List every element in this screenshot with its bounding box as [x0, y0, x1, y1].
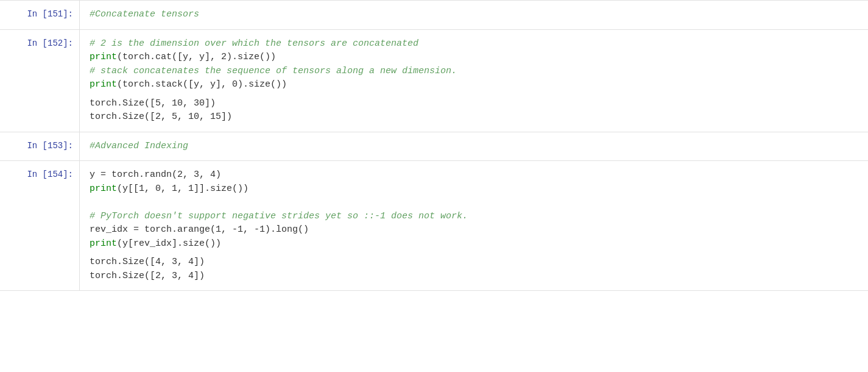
code-line: y = torch.randn(2, 3, 4) — [90, 168, 858, 182]
code-line: print(y[rev_idx].size()) — [90, 237, 858, 251]
output-line: torch.Size([4, 3, 4]) — [90, 256, 858, 270]
code-line: print(torch.stack([y, y], 0).size()) — [90, 78, 858, 92]
output-line: torch.Size([5, 10, 30]) — [90, 97, 858, 111]
cell-cell-154: In [154]:y = torch.randn(2, 3, 4)print(y… — [0, 160, 868, 291]
cell-label: In [152]: — [0, 30, 79, 132]
code-line: print(y[[1, 0, 1, 1]].size()) — [90, 182, 858, 196]
code-line: rev_idx = torch.arange(1, -1, -1).long() — [90, 223, 858, 237]
output-section: torch.Size([4, 3, 4])torch.Size([2, 3, 4… — [90, 256, 858, 283]
output-section: torch.Size([5, 10, 30])torch.Size([2, 5,… — [90, 97, 858, 124]
cell-content: #Advanced Indexing — [79, 132, 868, 161]
cell-cell-152: In [152]:# 2 is the dimension over which… — [0, 29, 868, 132]
keyword: print — [90, 79, 117, 90]
output-line: torch.Size([2, 5, 10, 15]) — [90, 110, 858, 124]
cell-content: # 2 is the dimension over which the tens… — [79, 30, 868, 132]
cell-cell-153: In [153]:#Advanced Indexing — [0, 132, 868, 162]
output-line: torch.Size([2, 3, 4]) — [90, 270, 858, 284]
cell-label: In [154]: — [0, 161, 79, 290]
keyword: print — [90, 184, 117, 194]
keyword: print — [90, 52, 117, 62]
code-comment: #Advanced Indexing — [90, 140, 858, 154]
code-comment: # PyTorch doesn't support negative strid… — [90, 210, 858, 224]
cell-label: In [151]: — [0, 1, 79, 29]
notebook: In [151]:#Concatenate tensorsIn [152]:# … — [0, 0, 868, 372]
code-comment: #Concatenate tensors — [90, 8, 858, 22]
keyword: print — [90, 238, 117, 249]
blank-line — [90, 196, 858, 210]
cell-content: y = torch.randn(2, 3, 4)print(y[[1, 0, 1… — [79, 161, 868, 290]
cell-cell-151: In [151]:#Concatenate tensors — [0, 0, 868, 30]
cell-label: In [153]: — [0, 132, 79, 161]
code-comment: # stack concatenates the sequence of ten… — [90, 65, 858, 79]
code-comment: # 2 is the dimension over which the tens… — [90, 37, 858, 51]
cell-content: #Concatenate tensors — [79, 1, 868, 29]
code-line: print(torch.cat([y, y], 2).size()) — [90, 51, 858, 65]
